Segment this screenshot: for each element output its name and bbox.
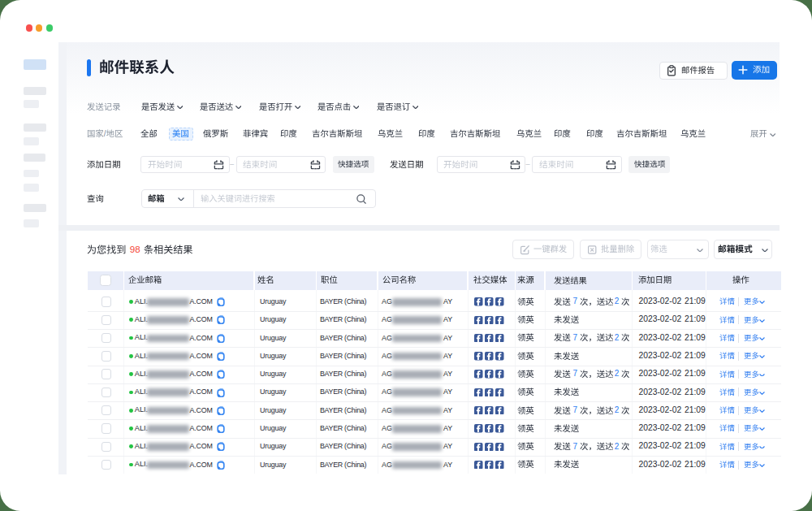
svg-text:/: / (104, 130, 106, 138)
